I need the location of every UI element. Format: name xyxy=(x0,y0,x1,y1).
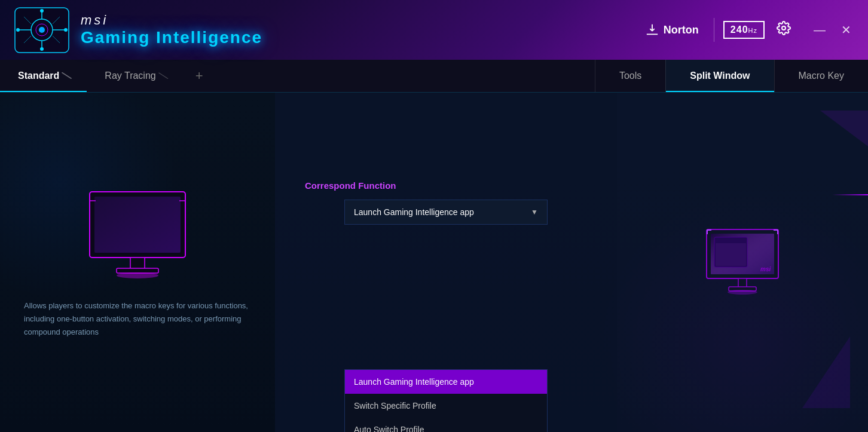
tab-tools[interactable]: Tools xyxy=(595,60,665,92)
norton-label: Norton xyxy=(664,24,699,36)
tab-standard-label: Standard xyxy=(18,71,59,81)
left-panel: Allows players to customize the macro ke… xyxy=(0,93,275,432)
hz-unit: Hz xyxy=(748,27,757,34)
right-panel: msi xyxy=(617,93,868,432)
middle-panel: Correspond Function Launch Gaming Intell… xyxy=(275,93,617,432)
svg-rect-19 xyxy=(94,197,181,253)
dropdown-selected-value: Launch Gaming Intelligence app xyxy=(354,207,474,217)
svg-point-10 xyxy=(64,28,68,32)
deco-triangle-top xyxy=(820,111,868,146)
svg-point-9 xyxy=(16,28,20,32)
norton-button[interactable]: Norton xyxy=(640,20,705,39)
hz-value: 240 xyxy=(731,24,748,35)
tab-standard[interactable]: Standard ╲ xyxy=(0,60,87,92)
svg-rect-36 xyxy=(707,229,708,234)
app-logo-icon xyxy=(12,5,72,56)
svg-point-22 xyxy=(117,272,158,278)
tab-split-window-label: Split Window xyxy=(690,71,750,81)
app-title: Gaming Intelligence xyxy=(81,28,262,47)
svg-rect-30 xyxy=(716,243,746,266)
dropdown-arrow-icon: ▼ xyxy=(531,208,538,216)
tab-arrow-ray-tracing: ╲ xyxy=(158,71,167,81)
dropdown-item-label-1: Switch Specific Profile xyxy=(354,401,436,410)
tab-ray-tracing-label: Ray Tracing xyxy=(105,71,155,81)
right-nav: Tools Split Window Macro Key xyxy=(595,60,868,92)
window-controls: — ✕ xyxy=(809,22,856,38)
tab-macro-key[interactable]: Macro Key xyxy=(774,60,868,92)
svg-point-7 xyxy=(40,9,44,13)
dropdown-item-label-0: Launch Gaming Intelligence app xyxy=(354,377,474,387)
dropdown-item-switch-specific[interactable]: Switch Specific Profile xyxy=(345,394,547,418)
main-content: Allows players to customize the macro ke… xyxy=(0,93,868,432)
deco-triangle xyxy=(802,336,850,408)
tab-add-button[interactable]: + xyxy=(184,60,215,92)
header-controls: Norton 240Hz — ✕ xyxy=(640,18,856,42)
header-divider xyxy=(714,18,714,42)
tab-ray-tracing[interactable]: Ray Tracing ╲ xyxy=(87,60,183,92)
minimize-button[interactable]: — xyxy=(809,22,830,38)
svg-point-16 xyxy=(782,26,786,30)
dropdown-item-label-2: Auto Switch Profile xyxy=(354,425,424,432)
left-description: Allows players to customize the macro ke… xyxy=(24,299,251,339)
gear-icon xyxy=(777,21,791,35)
msi-monitor-icon: msi xyxy=(704,226,781,298)
dropdown-container: Launch Gaming Intelligence app ▼ Launch … xyxy=(344,200,548,344)
dropdown-menu: Launch Gaming Intelligence app Switch Sp… xyxy=(344,369,548,432)
monitor-illustration xyxy=(78,186,197,281)
svg-rect-20 xyxy=(130,258,145,269)
correspond-function-label: Correspond Function xyxy=(305,180,396,191)
tab-arrow-standard: ╲ xyxy=(62,71,71,81)
download-icon xyxy=(646,23,659,36)
svg-text:msi: msi xyxy=(760,266,771,272)
svg-point-34 xyxy=(728,290,757,295)
dropdown-item-auto-switch[interactable]: Auto Switch Profile xyxy=(345,418,547,432)
refresh-rate-badge: 240Hz xyxy=(723,21,765,39)
settings-button[interactable] xyxy=(774,18,794,42)
svg-point-8 xyxy=(40,47,44,51)
svg-rect-21 xyxy=(117,268,158,273)
logo-text: msi Gaming Intelligence xyxy=(81,13,262,47)
close-button[interactable]: ✕ xyxy=(836,22,856,38)
svg-rect-38 xyxy=(777,229,778,234)
logo-area: msi Gaming Intelligence xyxy=(12,5,262,56)
svg-point-11 xyxy=(39,27,45,33)
nav-tabs: Standard ╲ Ray Tracing ╲ + Tools Split W… xyxy=(0,60,868,93)
tab-tools-label: Tools xyxy=(619,71,641,81)
deco-line-right xyxy=(832,194,868,195)
tab-add-label: + xyxy=(195,68,203,84)
msi-brand: msi xyxy=(81,13,262,28)
correspond-function-dropdown[interactable]: Launch Gaming Intelligence app ▼ xyxy=(344,200,548,225)
dropdown-item-launch-gi[interactable]: Launch Gaming Intelligence app xyxy=(345,370,547,394)
tab-split-window[interactable]: Split Window xyxy=(665,60,774,92)
tab-macro-key-label: Macro Key xyxy=(799,71,844,81)
app-header: msi Gaming Intelligence Norton 240Hz — ✕ xyxy=(0,0,868,60)
